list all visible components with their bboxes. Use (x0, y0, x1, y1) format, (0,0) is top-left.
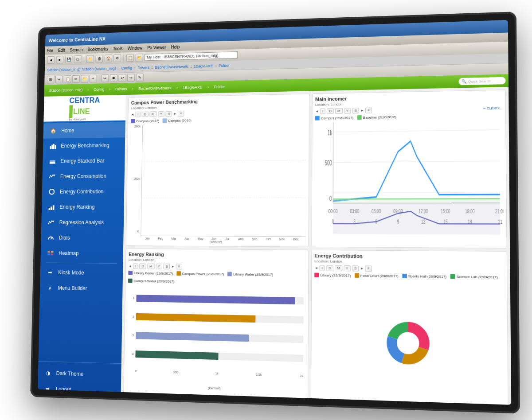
sidebar-item-dials[interactable]: Dials (41, 230, 123, 246)
sidebar-label-dark-theme: Dark Theme (56, 370, 84, 377)
nav-config[interactable]: Config (91, 86, 106, 93)
ec-tb-menu[interactable]: ≡ (365, 265, 372, 271)
tb-I[interactable]: I (135, 112, 141, 117)
energy-ranking-legend: Library Power (29/9/2017) Campus Power (… (128, 271, 305, 285)
nav-drivers[interactable]: Drivers (113, 86, 130, 92)
mi-tb-S[interactable]: S (352, 108, 359, 113)
tb-doc[interactable]: □ (74, 55, 82, 63)
path-station[interactable]: Station (station_mig) (47, 67, 80, 72)
sidebar-label-dials: Dials (59, 235, 70, 241)
er-tb-menu[interactable]: ≡ (176, 264, 182, 269)
menu-bookmarks[interactable]: Bookmarks (88, 47, 108, 52)
menu-edit[interactable]: Edit (58, 48, 65, 53)
campus-x-label: (kWh/m²) (129, 240, 306, 244)
svg-rect-1 (51, 145, 53, 149)
tb-home[interactable]: 🏠 (105, 54, 112, 62)
tb2-new[interactable]: + (90, 75, 97, 83)
mi-tb-I[interactable]: I (320, 108, 325, 114)
sidebar-item-stacked-bar[interactable]: Energy Stacked Bar (43, 153, 125, 169)
menu-window[interactable]: Window (128, 46, 142, 51)
menu-help[interactable]: Help (171, 44, 180, 49)
path-station-label[interactable]: Station (station_mig) (82, 66, 116, 71)
rank-x-unit: (kWh/m²) (128, 384, 303, 393)
nav-folder[interactable]: Folder (211, 84, 227, 90)
sidebar-item-heatmap[interactable]: Heatmap (40, 245, 123, 261)
menu-tools[interactable]: Tools (113, 46, 123, 51)
mi-tb-D[interactable]: D (327, 108, 334, 114)
sidebar-item-logout[interactable]: ➡ Logout (38, 381, 121, 399)
energy-ranking-toolbar: ◄ I D M Y S ► ≡ (129, 263, 306, 271)
ec-tb-D[interactable]: D (326, 265, 333, 271)
tb-refresh[interactable]: ↺ (113, 54, 121, 62)
tb-save[interactable]: 💾 (65, 56, 73, 63)
mi-edit-btn[interactable]: ✏ CLKXPX... (483, 106, 502, 110)
path-folder[interactable]: Folder (219, 63, 230, 67)
svg-rect-4 (50, 160, 55, 162)
ec-tb-S[interactable]: S (352, 265, 359, 271)
nav-station[interactable]: Station (station_mig) (47, 87, 85, 93)
sidebar-item-kiosk[interactable]: ➡ Kiosk Mode (40, 264, 123, 281)
monitor: Welcome to CentraLine NX File Edit Searc… (30, 12, 520, 414)
tb2-x[interactable]: ✖ (110, 74, 117, 82)
tb-S[interactable]: S (165, 111, 172, 117)
sidebar-label-logout: Logout (56, 386, 71, 393)
er-tb-S[interactable]: S (164, 264, 170, 269)
tb-open[interactable]: 📁 (86, 55, 94, 63)
svg-line-17 (333, 161, 500, 162)
tb-back[interactable]: ◄ (47, 56, 55, 64)
logo-line-bar (69, 105, 73, 118)
rank-row-1: 1 (129, 295, 304, 304)
tb-forward[interactable]: ► (56, 56, 64, 63)
path-config[interactable]: Config (121, 66, 132, 70)
svg-rect-15 (51, 253, 54, 255)
tb2-pen[interactable]: ✎ (136, 74, 144, 82)
sidebar-item-dark-theme[interactable]: ◑ Dark Theme (38, 365, 121, 383)
nav-bacnet[interactable]: BacnetOwsNetwork (136, 85, 174, 91)
sidebar-item-consumption[interactable]: Energy Consumption (42, 168, 125, 184)
legend-dot-lib-water (227, 272, 232, 276)
tb-folder[interactable]: 📂 (136, 54, 143, 62)
mi-tb-menu[interactable]: ≡ (365, 108, 372, 113)
nav-eagle[interactable]: 1EagleAXE (180, 84, 205, 91)
dark-theme-icon: ◑ (44, 369, 52, 377)
sidebar-item-energy-benchmarking[interactable]: Energy Benchmarking (43, 137, 125, 154)
sidebar-item-ranking[interactable]: Energy Ranking (42, 199, 124, 215)
er-tb-I[interactable]: I (133, 263, 138, 269)
tb-copy[interactable]: 📋 (126, 54, 134, 62)
menu-search[interactable]: Search (70, 47, 83, 52)
tb2-cut[interactable]: ✂ (101, 74, 109, 82)
quick-search[interactable]: 🔍 Quick Search (459, 77, 506, 86)
er-tb-Y[interactable]: Y (156, 264, 162, 269)
tb2-redo[interactable]: ↪ (127, 74, 135, 82)
tb-M[interactable]: M (149, 111, 156, 117)
er-tb-D[interactable]: D (139, 264, 146, 269)
path-bacnet[interactable]: BacnetOwsNetwork (155, 64, 188, 70)
sidebar-item-home[interactable]: 🏠 Home (43, 122, 125, 139)
tb2-3[interactable]: 📋 (64, 75, 71, 83)
tb2-4[interactable]: ✏ (72, 75, 80, 83)
tb-delete[interactable]: 🗑 (95, 55, 103, 63)
logo-tagline: by Honeywell (69, 117, 99, 121)
menu-file[interactable]: File (47, 48, 53, 53)
path-eagle[interactable]: 1EagleAXE (193, 63, 213, 68)
tb2-5[interactable]: 📁 (81, 75, 88, 82)
tb-menu[interactable]: ≡ (178, 111, 184, 117)
tb2-undo[interactable]: ↩ (118, 74, 126, 82)
tb2-1[interactable]: ⊞ (47, 76, 55, 83)
sidebar-item-contribution[interactable]: Energy Contribution (42, 184, 125, 199)
legend-dot-campus (315, 116, 320, 121)
tb-Y[interactable]: Y (158, 111, 164, 117)
ec-tb-Y[interactable]: Y (344, 265, 351, 271)
tb-D[interactable]: D (142, 112, 149, 117)
mi-tb-M[interactable]: M (335, 108, 343, 114)
er-tb-M[interactable]: M (147, 264, 154, 269)
path-drivers[interactable]: Drivers (137, 65, 149, 70)
ec-tb-M[interactable]: M (335, 265, 342, 271)
tb2-2[interactable]: ✂ (55, 76, 63, 83)
menu-pxviewer[interactable]: Px Viewer (147, 45, 166, 50)
sidebar-item-menu-builder[interactable]: ∨ Menu Builder (40, 280, 123, 297)
mi-tb-Y[interactable]: Y (344, 108, 351, 113)
ec-tb-I[interactable]: I (319, 265, 325, 271)
tb-sep-1 (84, 56, 84, 62)
sidebar-item-regression[interactable]: Regression Analysis (41, 215, 124, 230)
